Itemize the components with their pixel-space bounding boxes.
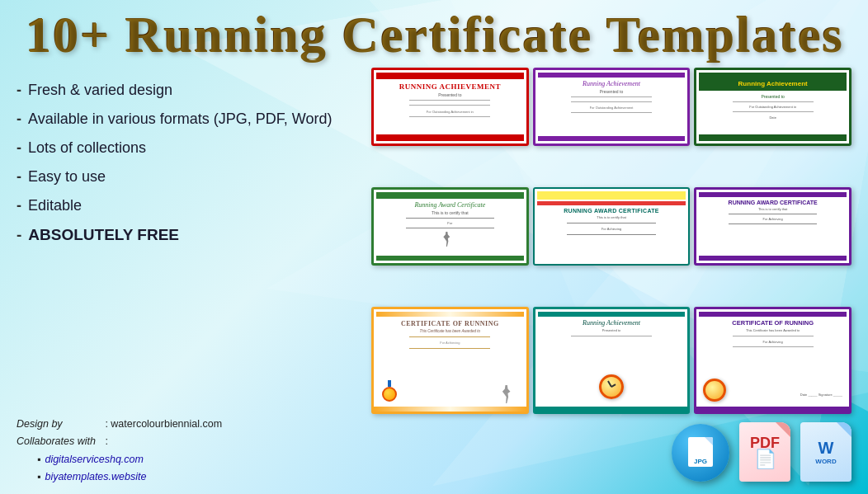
certificate-6: RUNNING AWARD CERTIFICATE This is to cer… xyxy=(694,187,851,266)
cert-title: Running Award Certificate xyxy=(414,201,485,209)
design-label: Design by xyxy=(17,416,99,433)
certificate-1: RUNNING ACHIEVEMENT Presented to For Out… xyxy=(371,68,529,146)
feature-item-bold: - ABSOLUTELY FREE xyxy=(17,220,363,250)
certificate-5: RUNNING AWARD CERTIFICATE This is to cer… xyxy=(533,187,691,266)
cert-title: RUNNING AWARD CERTIFICATE xyxy=(729,200,818,205)
word-format: W WORD xyxy=(800,422,851,482)
certificate-2: Running Achievement Presented to For Out… xyxy=(533,68,691,146)
cert-title: Running Achievement xyxy=(583,319,640,327)
certificate-8: Running Achievement Presented to xyxy=(533,307,691,414)
pdf-format: PDF 📄 xyxy=(739,422,790,482)
page-title: 10+ Running Certificate Templates xyxy=(25,8,843,59)
certificate-4: Running Award Certificate This is to cer… xyxy=(371,187,529,266)
feature-item: - Easy to use xyxy=(17,162,363,191)
feature-item: - Fresh & varied design xyxy=(17,76,363,105)
site-2: biyatemplates.website xyxy=(37,468,225,486)
cert-title: Running Achievement xyxy=(583,80,640,87)
design-value: : watercolourbiennial.com xyxy=(105,416,225,433)
collab-value: : xyxy=(105,433,225,450)
features-list: - Fresh & varied design - Available in v… xyxy=(17,76,363,250)
left-column: - Fresh & varied design - Available in v… xyxy=(17,68,363,451)
cert-title: CERTIFICATE OF RUNNING xyxy=(732,319,814,327)
certificates-grid: RUNNING ACHIEVEMENT Presented to For Out… xyxy=(371,68,851,451)
collab-label: Collaborates with xyxy=(17,433,99,450)
site-1: digitalserviceshq.com xyxy=(37,451,225,468)
title-section: 10+ Running Certificate Templates xyxy=(0,0,868,59)
cert-header xyxy=(376,73,524,79)
cert-title: RUNNING ACHIEVEMENT xyxy=(399,82,501,91)
certificate-3: Running Achievement Presented to For Out… xyxy=(694,68,851,146)
main-layout: - Fresh & varied design - Available in v… xyxy=(0,59,868,455)
certificate-7: CERTIFICATE OF RUNNING This Certificate … xyxy=(371,307,529,414)
feature-item: - Available in various formats (JPG, PDF… xyxy=(17,105,363,134)
word-label: W xyxy=(818,439,834,458)
cert-title: CERTIFICATE OF RUNNING xyxy=(401,320,499,327)
footer-row: Design by : watercolourbiennial.com Coll… xyxy=(0,416,868,494)
collab-sites: digitalserviceshq.com biyatemplates.webs… xyxy=(37,451,225,487)
jpg-format: JPG xyxy=(672,424,729,482)
format-icons: JPG PDF 📄 W WORD xyxy=(672,422,851,482)
feature-item: - Lots of collections xyxy=(17,134,363,162)
feature-item: - Editable xyxy=(17,191,363,220)
footer-text: Design by : watercolourbiennial.com Coll… xyxy=(17,416,225,486)
certificate-10: CERTIFICATE OF RUNNING This Certificate … xyxy=(694,307,851,414)
cert-title: RUNNING AWARD CERTIFICATE xyxy=(564,208,659,214)
page-content: 10+ Running Certificate Templates - Fres… xyxy=(0,0,868,494)
